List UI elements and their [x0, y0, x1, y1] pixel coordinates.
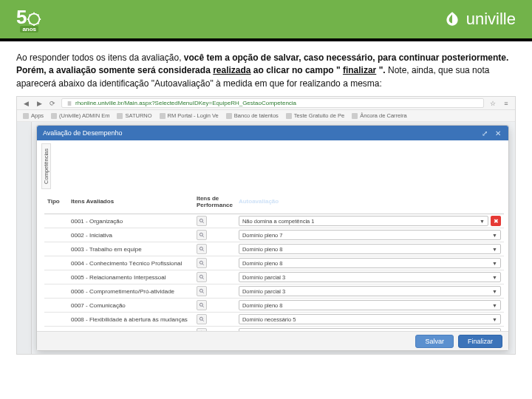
auto-label: Autoavaliação	[239, 198, 279, 205]
svg-point-1	[33, 17, 37, 21]
col-tipo: Tipo	[44, 189, 68, 214]
zoom-icon[interactable]	[197, 286, 207, 296]
tipo-cell	[44, 214, 68, 228]
performance-select[interactable]: Domínio pleno 7▼	[239, 230, 501, 240]
reload-icon[interactable]: ⟳	[48, 99, 57, 108]
item-cell: 0008 - Flexibilidade à abertura às mudan…	[68, 313, 194, 327]
bookmark-item[interactable]: Banco de talentos	[226, 112, 279, 119]
svg-point-11	[200, 275, 202, 278]
page-icon	[66, 100, 72, 106]
star-icon[interactable]: ☆	[488, 99, 497, 108]
performance-select-value: Domínio pleno 8	[242, 246, 490, 253]
save-button-label: Salvar	[425, 338, 444, 345]
zoom-icon[interactable]	[197, 244, 207, 254]
item-cell: 0002 - Iniciativa	[68, 228, 194, 242]
dialog-title: Avaliação de Desempenho	[43, 129, 122, 137]
site-icon	[352, 113, 358, 119]
performance-select[interactable]: Domínio pleno 8▼	[239, 258, 501, 268]
svg-rect-2	[68, 101, 72, 106]
performance-cell: Domínio pleno 8▼	[236, 242, 504, 256]
zoom-icon[interactable]	[197, 216, 207, 226]
tipo-cell	[44, 299, 68, 313]
instruction-finalizar: finalizar	[343, 65, 376, 75]
app-body: Avaliação de Desempenho ⤢ ✕ Competências…	[17, 122, 515, 354]
bookmark-item[interactable]: (Univille) ADMIN Em	[51, 112, 109, 119]
zoom-cell	[194, 284, 236, 299]
table-row: 0007 - ComunicaçãoDomínio pleno 8▼	[44, 299, 504, 313]
site-icon	[117, 113, 123, 119]
performance-select-value: Domínio parcial 3	[242, 274, 490, 281]
bookmark-item[interactable]: RM Portal - Login Ve	[160, 112, 219, 119]
table-row: 0005 - Relacionamento InterpessoalDomíni…	[44, 270, 504, 284]
col-person-score: MAIRA BRAGA DE MIRANDA Autoavaliação 5.6…	[236, 189, 504, 214]
bookmark-label: (Univille) ADMIN Em	[59, 112, 109, 119]
back-icon[interactable]: ◀	[21, 99, 30, 108]
chevron-down-icon: ▼	[492, 233, 497, 238]
svg-line-14	[202, 292, 204, 293]
zoom-icon[interactable]	[197, 272, 207, 282]
performance-select[interactable]: Não domina a competência 1▼	[239, 216, 488, 226]
instruction-realizada: realizada	[213, 65, 250, 75]
table-row: 0002 - IniciativaDomínio pleno 7▼	[44, 228, 504, 242]
dialog-body: Competências Tipo Itens Avaliados Itens …	[37, 140, 508, 331]
person-name: MAIRA BRAGA DE MIRANDA	[239, 191, 501, 198]
save-button[interactable]: Salvar	[415, 335, 454, 348]
browser-screenshot: ◀ ▶ ⟳ rhonline.univille.br/Main.aspx?Sel…	[16, 96, 516, 355]
delete-icon[interactable]: ✖	[491, 216, 501, 226]
expand-icon[interactable]: ⤢	[480, 129, 489, 137]
zoom-icon[interactable]	[197, 230, 207, 240]
svg-point-3	[200, 219, 202, 222]
chevron-down-icon: ▼	[492, 247, 497, 252]
performance-select-value: Domínio pleno 8	[242, 302, 490, 309]
zoom-icon[interactable]	[197, 314, 207, 324]
evaluation-dialog: Avaliação de Desempenho ⤢ ✕ Competências…	[36, 125, 509, 351]
browser-toolbar: ◀ ▶ ⟳ rhonline.univille.br/Main.aspx?Sel…	[17, 97, 515, 110]
performance-select[interactable]: Domínio parcial 3▼	[239, 286, 501, 296]
zoom-cell	[194, 228, 236, 242]
instruction-text: Ao responder todos os itens da avaliação…	[0, 38, 532, 96]
zoom-icon[interactable]	[197, 300, 207, 310]
menu-icon[interactable]: ≡	[502, 99, 511, 108]
forward-icon[interactable]: ▶	[35, 99, 44, 108]
dialog-footer: Salvar Finalizar	[37, 331, 508, 350]
logo-50-anos: 5 anos	[16, 6, 42, 33]
site-icon	[51, 113, 57, 119]
bookmark-apps[interactable]: Apps	[23, 112, 44, 119]
chevron-down-icon: ▼	[492, 289, 497, 294]
item-cell: 0001 - Organização	[68, 214, 194, 228]
performance-select[interactable]: Domínio necessário 5▼	[239, 314, 501, 324]
close-icon[interactable]: ✕	[494, 129, 502, 137]
performance-cell: Domínio parcial 3▼	[236, 270, 504, 284]
bookmark-item[interactable]: Âncora de Carreira	[352, 112, 406, 119]
performance-cell: Domínio parcial 3▼	[236, 284, 504, 299]
brand-text: univille	[466, 10, 516, 29]
bookmark-label: Banco de talentos	[234, 112, 279, 119]
svg-point-9	[200, 261, 202, 264]
performance-select[interactable]: Domínio parcial 3▼	[239, 272, 501, 282]
finish-button[interactable]: Finalizar	[458, 335, 502, 348]
col-perf-left: Itens de Performance	[194, 189, 236, 214]
zoom-icon[interactable]	[197, 258, 207, 268]
bookmark-label: Apps	[31, 112, 44, 119]
performance-select[interactable]: Domínio pleno 8▼	[239, 244, 501, 254]
instruction-part-bold: ".	[379, 65, 386, 75]
leaf-icon	[443, 10, 462, 29]
performance-cell: Domínio necessário 5▼	[236, 313, 504, 327]
url-text: rhonline.univille.br/Main.aspx?SelectedM…	[75, 100, 296, 106]
performance-cell: Domínio pleno 8▼	[236, 256, 504, 270]
url-bar[interactable]: rhonline.univille.br/Main.aspx?SelectedM…	[61, 98, 484, 108]
apps-icon	[23, 113, 29, 119]
svg-line-18	[202, 320, 204, 321]
bookmark-item[interactable]: SATURNO	[117, 112, 151, 119]
zoom-cell	[194, 299, 236, 313]
site-icon	[160, 113, 166, 119]
sidebar-tab-competencias[interactable]: Competências	[41, 143, 51, 189]
finish-button-label: Finalizar	[468, 338, 493, 345]
performance-select-value: Domínio parcial 3	[242, 288, 490, 295]
svg-point-15	[200, 303, 202, 306]
svg-line-10	[202, 264, 204, 265]
bookmark-item[interactable]: Teste Gratuito de Pe	[286, 112, 344, 119]
performance-select[interactable]: Domínio pleno 8▼	[239, 300, 501, 310]
tipo-cell	[44, 228, 68, 242]
performance-select-value: Domínio necessário 5	[242, 316, 490, 323]
